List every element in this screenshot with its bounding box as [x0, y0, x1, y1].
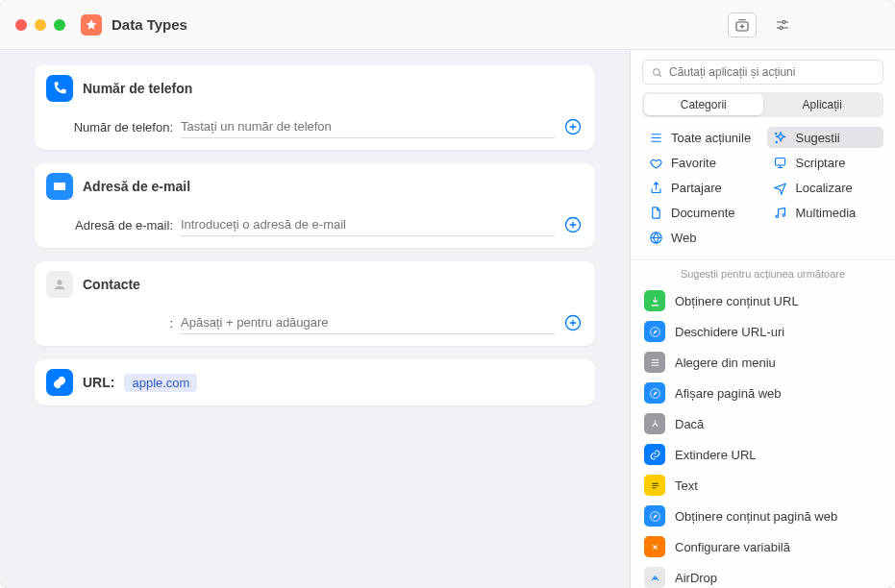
suggestion-item[interactable]: Extindere URL — [631, 439, 895, 470]
suggestion-icon — [644, 321, 665, 342]
category-icon — [773, 180, 788, 195]
category-icon — [773, 205, 788, 220]
suggestion-item[interactable]: Afișare pagină web — [631, 378, 895, 408]
category-label: Sugestii — [796, 131, 840, 145]
suggestion-icon — [644, 413, 665, 434]
action-card-phone[interactable]: Număr de telefon Număr de telefon: — [35, 65, 595, 150]
suggestion-item[interactable]: Obținere conținut URL — [631, 285, 895, 316]
suggestion-item[interactable]: Text — [631, 470, 895, 501]
category-label: Localizare — [796, 181, 853, 195]
field-label: Adresă de e-mail: — [46, 218, 173, 233]
category-label: Favorite — [671, 156, 716, 170]
category-icon — [773, 155, 788, 170]
zoom-window-button[interactable] — [54, 19, 65, 31]
window-controls — [15, 19, 65, 31]
seg-categories[interactable]: Categorii — [644, 94, 763, 115]
suggestion-icon — [644, 505, 665, 527]
add-button[interactable] — [562, 214, 584, 235]
category-item[interactable]: Toate acțiunile — [642, 127, 759, 148]
suggestions-heading: Sugestii pentru acțiunea următoare — [631, 259, 895, 285]
category-icon — [648, 155, 663, 170]
svg-point-2 — [780, 26, 783, 29]
field-label: Număr de telefon: — [46, 120, 173, 135]
email-input[interactable] — [181, 213, 555, 236]
category-icon — [773, 130, 788, 145]
add-button[interactable] — [562, 116, 584, 137]
close-window-button[interactable] — [15, 19, 27, 31]
suggestion-label: Alegere din meniu — [675, 355, 776, 370]
svg-rect-9 — [776, 158, 785, 165]
suggestion-item[interactable]: Obținere conținut pagină web — [631, 501, 895, 531]
suggestion-item[interactable]: Dacă — [631, 408, 895, 439]
suggestion-icon — [644, 382, 665, 404]
category-icon — [648, 205, 663, 220]
category-label: Partajare — [671, 181, 722, 195]
svg-point-11 — [783, 213, 785, 216]
suggestion-label: Text — [675, 478, 698, 493]
svg-rect-4 — [54, 183, 65, 190]
minimize-window-button[interactable] — [35, 19, 46, 31]
segmented-control[interactable]: Categorii Aplicații — [642, 92, 883, 117]
suggestion-label: Configurare variabilă — [675, 540, 790, 554]
svg-point-6 — [57, 280, 62, 284]
category-label: Web — [671, 231, 697, 245]
library-button[interactable] — [728, 12, 757, 37]
mail-icon — [46, 173, 73, 200]
shortcut-app-icon — [81, 14, 102, 36]
action-card-url[interactable]: URL: apple.com — [35, 359, 595, 405]
suggestion-label: AirDrop — [675, 571, 717, 585]
category-item[interactable]: Multimedia — [767, 202, 884, 223]
shortcut-title: Data Types — [112, 16, 187, 33]
suggestion-icon — [644, 444, 665, 465]
category-item[interactable]: Localizare — [767, 177, 884, 198]
suggestion-item[interactable]: Configurare variabilă — [631, 531, 895, 562]
seg-apps[interactable]: Aplicații — [763, 94, 883, 115]
category-label: Multimedia — [796, 206, 857, 220]
add-button[interactable] — [562, 312, 584, 333]
action-title: Număr de telefon — [83, 81, 192, 96]
search-icon — [651, 66, 663, 79]
action-card-email[interactable]: Adresă de e-mail Adresă de e-mail: — [35, 163, 595, 248]
workflow-canvas[interactable]: Număr de telefon Număr de telefon: Adres… — [0, 50, 630, 588]
suggestion-label: Obținere conținut pagină web — [675, 509, 837, 524]
search-field[interactable] — [642, 60, 883, 85]
field-label: : — [46, 316, 173, 331]
suggestion-label: Obținere conținut URL — [675, 294, 799, 308]
phone-input[interactable] — [181, 115, 555, 138]
action-title: Adresă de e-mail — [83, 179, 190, 194]
category-item[interactable]: Web — [642, 227, 759, 248]
suggestion-icon — [644, 536, 665, 557]
sidebar-toolbar — [630, 0, 895, 50]
category-item[interactable]: Partajare — [642, 177, 759, 198]
svg-point-1 — [783, 20, 785, 23]
category-item[interactable]: Sugestii — [767, 127, 884, 148]
contacts-icon — [46, 271, 73, 298]
suggestion-icon — [644, 475, 665, 496]
category-item[interactable]: Documente — [642, 202, 759, 223]
suggestion-icon — [644, 567, 665, 588]
category-label: Toate acțiunile — [671, 131, 751, 145]
category-icon — [648, 230, 663, 245]
suggestion-item[interactable]: AirDrop — [631, 562, 895, 588]
suggestion-item[interactable]: Deschidere URL-uri — [631, 316, 895, 347]
svg-point-10 — [776, 215, 779, 218]
category-icon — [648, 180, 663, 195]
category-label: Documente — [671, 206, 734, 220]
settings-sliders-button[interactable] — [768, 12, 797, 37]
suggestion-label: Deschidere URL-uri — [675, 325, 784, 339]
suggestion-label: Afișare pagină web — [675, 386, 782, 401]
suggestion-label: Dacă — [675, 417, 704, 431]
category-item[interactable]: Favorite — [642, 152, 759, 173]
phone-icon — [46, 75, 73, 102]
action-title: Contacte — [83, 277, 140, 292]
contacts-input[interactable] — [181, 311, 555, 334]
search-input[interactable] — [669, 65, 875, 79]
link-icon — [46, 369, 73, 396]
suggestion-icon — [644, 290, 665, 311]
suggestion-icon — [644, 352, 665, 373]
category-item[interactable]: Scriptare — [767, 152, 884, 173]
action-card-contacts[interactable]: Contacte : — [35, 261, 595, 346]
url-token[interactable]: apple.com — [124, 374, 197, 392]
suggestion-item[interactable]: Alegere din meniu — [631, 347, 895, 378]
category-label: Scriptare — [796, 156, 846, 170]
